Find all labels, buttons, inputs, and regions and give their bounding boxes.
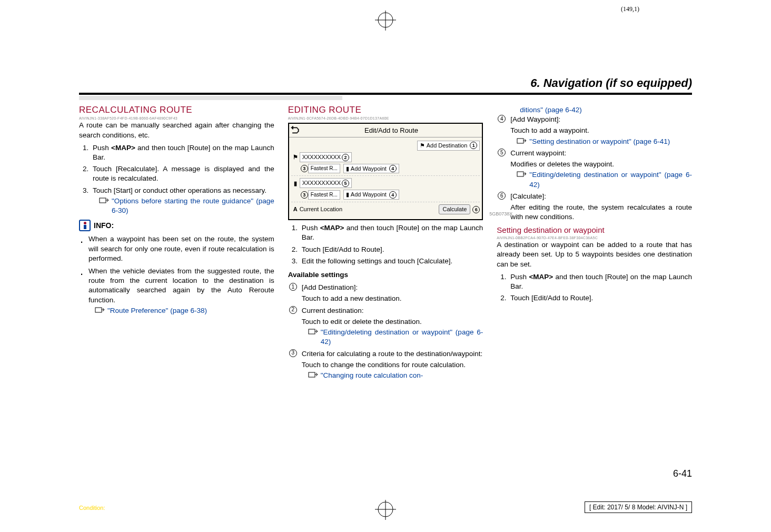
bold: <MAP> [529, 273, 553, 281]
num-4: 4 [498, 115, 506, 123]
ref-link[interactable]: "Options before starting the route guida… [112, 196, 274, 215]
rule-band [79, 93, 692, 95]
setting-1: 1 [Add Destination]: Touch to add a new … [288, 283, 483, 303]
col2-steps: Push <MAP> and then touch [Route] on the… [288, 223, 483, 266]
top-page-indicator: (149,1) [621, 5, 639, 13]
reference-icon [517, 171, 526, 177]
col1-heading: RECALCULATING ROUTE [79, 104, 274, 116]
reference-icon [308, 328, 318, 334]
flag-filled-icon: ▮ [291, 180, 300, 188]
col3-steps: Push <MAP> and then touch [Route] on the… [497, 272, 692, 303]
setting-3: 3 Criteria for calculating a route to th… [288, 349, 483, 381]
ref-link[interactable]: ditions" (page 6-42) [520, 105, 581, 115]
col2-uid: AIVINJN1-0CFA5674-26DB-4DBD-94B4-07D1D13… [288, 116, 483, 121]
label: [Add Waypoint]: [510, 115, 560, 123]
reference-icon [517, 137, 526, 144]
sshot-body: ⚑Add Destination1 ⚑ XXXXXXXXXX2 3 Fastes… [289, 137, 482, 220]
flag-icon: ⚑ [291, 153, 300, 161]
back-icon[interactable]: ⮌ [289, 124, 301, 136]
ref-row: "Editing/deleting destination or waypoin… [510, 170, 692, 189]
col1-uid: AIVINJN1-338AF520-F4FD-419B-8060-6AF4890… [79, 116, 274, 121]
add-waypoint-button-2[interactable]: ▮Add Waypoint4 [343, 190, 399, 200]
label: Add Destination [427, 142, 468, 150]
condition-label: Condition: [79, 505, 105, 511]
svg-rect-3 [100, 198, 106, 203]
ref-link[interactable]: "Route Preference" (page 6-38) [107, 306, 207, 316]
cont-ref-row: ditions" (page 6-42) [497, 105, 692, 115]
fastest-route-box[interactable]: Fastest R... [308, 164, 340, 173]
num-6: 6 [498, 192, 506, 200]
info-bar: INFO: [79, 220, 274, 231]
ref-link[interactable]: "Editing/deleting destination or waypoin… [529, 170, 692, 189]
setting-6: 6 [Calculate]: After editing the route, … [497, 192, 692, 222]
columns: RECALCULATING ROUTE AIVINJN1-338AF520-F4… [79, 104, 692, 382]
bullet-1: When a waypoint has been set on the rout… [79, 234, 274, 263]
label: [Calculate]: [510, 192, 546, 200]
fastest-route-box-2[interactable]: Fastest R... [308, 190, 340, 200]
svg-rect-4 [95, 308, 102, 312]
reference-icon [95, 307, 104, 313]
waypoint-field[interactable]: XXXXXXXXXX5 [300, 178, 352, 188]
desc: Touch to add a new destination. [302, 294, 483, 303]
add-waypoint-button[interactable]: ▮Add Waypoint4 [343, 164, 399, 174]
ref-row: "Setting destination or waypoint" (page … [510, 137, 692, 146]
current-location-label: Current Location [300, 205, 342, 213]
ref-link[interactable]: "Editing/deleting destination or waypoin… [321, 328, 483, 347]
callout-6: 6 [472, 206, 480, 213]
label: Add Waypoint [351, 191, 387, 199]
sshot-title: Edit/Add to Route [301, 124, 482, 137]
bold: <MAP> [111, 144, 135, 152]
info-icon [79, 220, 91, 231]
txt: Push [93, 144, 111, 152]
crop-mark-top [370, 9, 401, 33]
col1-bullets: When a waypoint has been set on the rout… [79, 234, 274, 316]
col-3: ditions" (page 6-42) 4 [Add Waypoint]: T… [497, 104, 692, 382]
desc: Touch to change the conditions for route… [302, 360, 483, 370]
label: Add Waypoint [351, 165, 387, 173]
destination-field[interactable]: XXXXXXXXXX2 [300, 152, 352, 162]
ref-link[interactable]: "Changing route calculation con- [321, 371, 423, 380]
col1-intro: A route can be manually searched again a… [79, 121, 274, 140]
svg-rect-5 [309, 329, 315, 334]
callout-1: 1 [470, 142, 477, 149]
a-marker: A [291, 205, 300, 213]
svg-rect-7 [517, 139, 523, 143]
flag-filled-icon: ▮ [346, 165, 349, 173]
txt: Push [302, 224, 320, 232]
add-destination-button[interactable]: ⚑Add Destination1 [417, 141, 480, 151]
svg-rect-8 [517, 172, 523, 176]
crop-mark-bottom [370, 499, 401, 523]
desc: Touch to edit or delete the destination. [302, 317, 483, 327]
ref-row: "Options before starting the route guida… [93, 196, 274, 215]
col2-circled-list: 1 [Add Destination]: Touch to add a new … [288, 283, 483, 380]
ref-row: "Editing/deleting destination or waypoin… [302, 328, 483, 347]
callout-5: 5 [342, 180, 349, 187]
desc: Touch to add a waypoint. [510, 126, 692, 135]
info-label: INFO: [94, 221, 114, 231]
num-1: 1 [289, 283, 297, 291]
reference-icon [99, 197, 108, 203]
desc: After editing the route, the system reca… [510, 203, 692, 222]
col3-subheading: Setting destination or waypoint [497, 225, 692, 235]
bold: <MAP> [320, 224, 344, 232]
callout-3b: 3 [301, 191, 308, 199]
num-5: 5 [498, 149, 506, 156]
sshot-header: ⮌ Edit/Add to Route [289, 124, 482, 137]
flag-filled-icon: ▮ [346, 191, 349, 199]
svg-rect-6 [309, 372, 315, 377]
calculate-button[interactable]: Calculate [439, 204, 470, 214]
flag-icon: ⚑ [420, 142, 425, 150]
label: Current destination: [302, 307, 364, 314]
col2-heading: EDITING ROUTE [288, 104, 483, 116]
label: Criteria for calculating a route to the … [302, 350, 483, 358]
col1-steps: Push <MAP> and then touch [Route] on the… [79, 143, 274, 216]
col2-step-2: Touch [Edit/Add to Route]. [300, 245, 483, 254]
ref-link[interactable]: "Setting destination or waypoint" (page … [529, 137, 670, 146]
col3-intro: A destination or waypoint can be added t… [497, 240, 692, 269]
label: Current waypoint: [510, 149, 566, 157]
ref-row: "Route Preference" (page 6-38) [88, 306, 274, 316]
reference-icon [308, 371, 318, 378]
num-3: 3 [289, 349, 297, 357]
col3-uid: AIVINJN1-0BB2FCA4-907D-47E4-BFE0-38F304C… [497, 235, 692, 240]
edit-route-screenshot: ⮌ Edit/Add to Route ⚑Add Destination1 ⚑ … [288, 123, 483, 220]
